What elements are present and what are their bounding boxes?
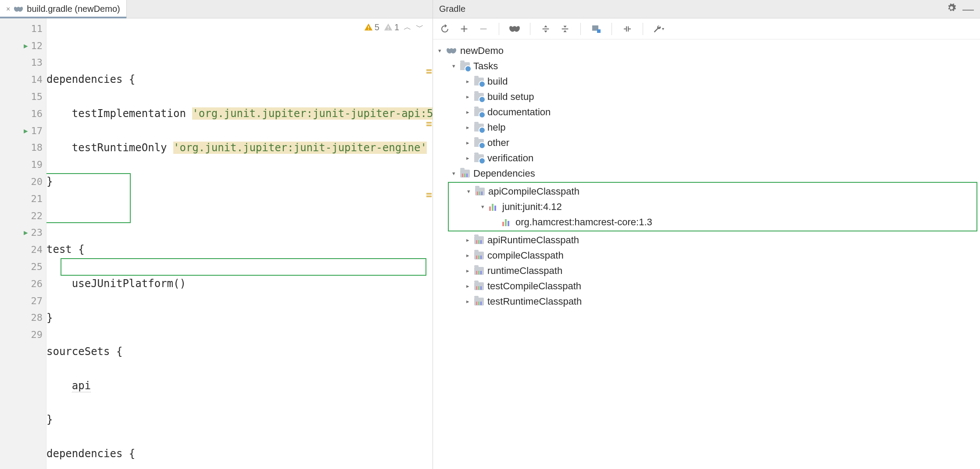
svg-rect-2 [388, 26, 389, 28]
chevron-right-icon[interactable]: ▸ [465, 89, 471, 104]
tree-project-root[interactable]: ▾ newDemo [433, 43, 980, 58]
weak-warning-icon [384, 23, 393, 32]
library-folder-icon [474, 252, 484, 259]
gradle-title: Gradle [439, 4, 465, 14]
gear-icon[interactable] [947, 3, 956, 15]
tree-dependency-scope[interactable]: ▸runtimeClasspath [433, 263, 980, 278]
folder-icon [460, 62, 470, 70]
chevron-right-icon[interactable]: ▸ [465, 278, 471, 294]
library-icon [502, 218, 512, 226]
tree-dependencies[interactable]: ▾ Dependencies [433, 166, 980, 181]
tree-task-group[interactable]: ▸help [433, 120, 980, 135]
gradle-tree[interactable]: ▾ newDemo ▾ Tasks ▸build ▸build setup ▸d… [433, 39, 980, 469]
tree-tasks[interactable]: ▾ Tasks [433, 58, 980, 74]
line-number: 23 [31, 227, 43, 238]
line-number: 18 [31, 142, 43, 153]
highlight-box-apicompile [61, 258, 426, 276]
error-stripe[interactable] [426, 18, 433, 469]
tree-dependency-scope[interactable]: ▸testCompileClasspath [433, 278, 980, 294]
tree-task-group[interactable]: ▸build [433, 74, 980, 89]
gradle-tool-window: Gradle — + − ▾ ▾ newDemo ▾ Tasks ▸ [433, 0, 980, 469]
inspections-widget[interactable]: 5 1 ︿ ﹀ [364, 22, 424, 32]
editor-tab[interactable]: × build.gradle (newDemo) [0, 0, 127, 18]
tree-task-group[interactable]: ▸build setup [433, 89, 980, 104]
wrench-icon[interactable]: ▾ [653, 23, 664, 35]
collapse-all-icon[interactable] [559, 23, 571, 35]
line-number: 12 [31, 40, 43, 51]
editor-panel: × build.gradle (newDemo) 5 1 ︿ ﹀ 11 ▶12 … [0, 0, 433, 469]
library-folder-icon [475, 188, 485, 195]
chevron-down-icon[interactable]: ▾ [451, 166, 457, 181]
chevron-right-icon[interactable]: ▸ [465, 120, 471, 135]
svg-rect-3 [388, 29, 389, 30]
line-number: 22 [31, 210, 43, 221]
close-tab-icon[interactable]: × [6, 5, 10, 13]
chevron-right-icon[interactable]: ▸ [465, 74, 471, 89]
tree-dependency-scope[interactable]: ▸compileClasspath [433, 248, 980, 263]
library-icon [489, 203, 499, 211]
chevron-right-icon[interactable]: ▸ [465, 135, 471, 150]
folder-icon [474, 139, 484, 147]
library-folder-icon [474, 282, 484, 290]
line-number: 25 [31, 261, 43, 272]
chevron-down-icon[interactable]: ▾ [479, 199, 486, 214]
warning-icon [364, 23, 373, 32]
folder-icon [474, 108, 484, 116]
folder-icon [474, 124, 484, 131]
line-number: 21 [31, 193, 43, 204]
tree-dependency-item[interactable]: org.hamcrest:hamcrest-core:1.3 [449, 214, 976, 230]
line-number: 27 [31, 295, 43, 306]
line-number: 16 [31, 108, 43, 119]
library-folder-icon [474, 236, 484, 244]
remove-icon[interactable]: − [478, 23, 489, 35]
chevron-right-icon[interactable]: ▸ [465, 232, 471, 248]
line-number: 29 [31, 329, 43, 340]
editor-body: 5 1 ︿ ﹀ 11 ▶12 13 14 15 16 ▶17 18 19 20 … [0, 18, 433, 469]
tree-task-group[interactable]: ▸documentation [433, 104, 980, 120]
tree-dependency-item[interactable]: ▾ junit:junit:4.12 [449, 199, 976, 214]
tree-dependency-scope[interactable]: ▸testRuntimeClasspath [433, 294, 980, 309]
chevron-down-icon[interactable]: ▾ [465, 184, 472, 199]
chevron-down-icon[interactable]: ▾ [436, 43, 443, 58]
refresh-icon[interactable] [439, 23, 451, 35]
library-folder-icon [474, 298, 484, 306]
run-gutter-icon[interactable]: ▶ [24, 228, 28, 237]
chevron-right-icon[interactable]: ▸ [465, 263, 471, 278]
dependencies-icon[interactable] [590, 23, 602, 35]
gradle-project-icon [446, 46, 457, 56]
line-number: 11 [31, 23, 43, 34]
tab-bar: × build.gradle (newDemo) [0, 0, 433, 18]
line-number: 13 [31, 57, 43, 68]
tree-task-group[interactable]: ▸other [433, 135, 980, 150]
run-gutter-icon[interactable]: ▶ [24, 127, 28, 135]
add-icon[interactable]: + [458, 23, 470, 35]
chevron-right-icon[interactable]: ▸ [465, 150, 471, 166]
warning-badge-strong[interactable]: 5 [364, 22, 379, 32]
line-number: 28 [31, 312, 43, 323]
warning-badge-weak[interactable]: 1 [384, 22, 399, 32]
tree-task-group[interactable]: ▸verification [433, 150, 980, 166]
folder-icon [474, 154, 484, 162]
folder-icon [474, 93, 484, 101]
tree-dependency-scope[interactable]: ▸apiRuntimeClasspath [433, 232, 980, 248]
next-highlight-icon[interactable]: ﹀ [416, 22, 424, 32]
run-gutter-icon[interactable]: ▶ [24, 42, 28, 50]
prev-highlight-icon[interactable]: ︿ [404, 22, 411, 32]
chevron-right-icon[interactable]: ▸ [465, 104, 471, 120]
expand-all-icon[interactable] [540, 23, 551, 35]
code-area[interactable]: dependencies { testImplementation 'org.j… [46, 18, 433, 469]
tree-dependency-scope[interactable]: ▾ apiCompileClasspath [449, 184, 976, 199]
folder-icon [474, 78, 484, 85]
highlight-box-dependency: ▾ apiCompileClasspath ▾ junit:junit:4.12… [448, 182, 977, 231]
gradle-file-icon [14, 4, 23, 14]
chevron-right-icon[interactable]: ▸ [465, 248, 471, 263]
offline-mode-icon[interactable] [622, 23, 633, 35]
line-number: 14 [31, 74, 43, 85]
chevron-down-icon[interactable]: ▾ [451, 58, 457, 74]
line-number: 20 [31, 176, 43, 187]
minimize-icon[interactable]: — [962, 7, 974, 12]
gradle-elephant-icon[interactable] [509, 23, 520, 35]
line-number: 19 [31, 159, 43, 170]
chevron-right-icon[interactable]: ▸ [465, 294, 471, 309]
gutter: 11 ▶12 13 14 15 16 ▶17 18 19 20 21 22 ▶2… [0, 18, 46, 469]
